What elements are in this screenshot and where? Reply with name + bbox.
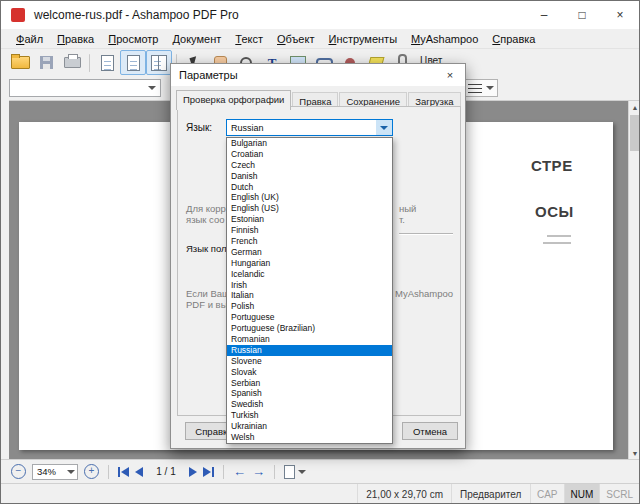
vertical-scrollbar[interactable]: ▲ ▼ (628, 101, 640, 459)
language-option[interactable]: Danish (227, 171, 392, 182)
dictionary-note-fragment: Если Ваш (186, 288, 230, 299)
language-option[interactable]: Dutch (227, 182, 392, 193)
language-combobox-value: Russian (231, 123, 264, 133)
language-option[interactable]: Ukrainian (227, 421, 392, 432)
divider (399, 233, 453, 235)
font-combobox[interactable] (9, 79, 161, 97)
language-option[interactable]: Turkish (227, 410, 392, 421)
last-page-button[interactable] (203, 467, 214, 477)
dictionary-note-fragment: PDF и вы (186, 299, 227, 310)
language-option[interactable]: Italian (227, 290, 392, 301)
language-option[interactable]: Romanian (227, 334, 392, 345)
dialog-title: Параметры (171, 69, 238, 81)
dictionary-note-fragment: MyAshampoo (395, 288, 453, 299)
num-lock-indicator: NUM (564, 484, 600, 504)
close-button[interactable]: × (601, 1, 639, 29)
document-heading-fragment: ОСЫ (535, 203, 574, 220)
zoom-level-combobox[interactable]: 34% (32, 464, 78, 480)
menu-item[interactable]: Документ (165, 31, 228, 47)
menu-item[interactable]: Файл (9, 31, 50, 47)
toolbar-icon (127, 55, 140, 71)
page-indicator: 1 / 1 (149, 466, 183, 477)
facing-pages-view-icon[interactable] (146, 50, 172, 75)
language-option[interactable]: Slovene (227, 356, 392, 367)
chevron-down-icon (486, 86, 494, 94)
user-dictionary-label-fragment: Язык пол (186, 243, 227, 254)
chevron-down-icon (148, 86, 156, 94)
language-option[interactable]: English (UK) (227, 192, 392, 203)
scrollbar-thumb[interactable] (630, 115, 639, 151)
language-option[interactable]: Croatian (227, 149, 392, 160)
open-file-icon[interactable] (7, 50, 33, 75)
chevron-down-icon (67, 470, 75, 478)
dialog-close-icon[interactable]: × (435, 64, 465, 86)
menu-item[interactable]: MyAshampoo (404, 31, 485, 47)
menu-item[interactable]: Правка (50, 31, 101, 47)
document-text-line (543, 242, 571, 244)
language-option[interactable]: Spanish (227, 388, 392, 399)
chevron-down-icon (298, 470, 306, 478)
language-option[interactable]: Estonian (227, 214, 392, 225)
language-option[interactable]: French (227, 236, 392, 247)
view-mode-dropdown[interactable] (284, 465, 306, 479)
combobox-button[interactable] (376, 120, 392, 135)
language-option[interactable]: Irish (227, 280, 392, 291)
language-option[interactable]: Bulgarian (227, 138, 392, 149)
menu-item[interactable]: Текст (228, 31, 270, 47)
maximize-button[interactable]: □ (563, 1, 601, 29)
toolbar-icon (11, 56, 30, 69)
language-option[interactable]: Welsh (227, 432, 392, 443)
divider (274, 465, 275, 479)
forward-button[interactable]: → (252, 465, 265, 478)
language-option[interactable]: Finnish (227, 225, 392, 236)
first-page-button[interactable] (118, 467, 129, 477)
scroll-down-icon[interactable]: ▼ (629, 447, 640, 459)
back-button[interactable]: ← (233, 465, 246, 478)
language-option[interactable]: Czech (227, 160, 392, 171)
minimize-button[interactable]: – (525, 1, 563, 29)
next-page-button[interactable] (189, 467, 197, 477)
document-heading-fragment: СТРЕ (531, 157, 573, 174)
language-option[interactable]: Polish (227, 301, 392, 312)
title-bar: welcome-rus.pdf - Ashampoo PDF Pro – □ × (1, 1, 639, 29)
zoom-in-icon[interactable]: + (84, 464, 99, 479)
line-style-icon (468, 84, 482, 93)
single-page-view-icon[interactable] (94, 50, 120, 75)
cancel-button[interactable]: Отмена (402, 422, 458, 440)
previous-page-button[interactable] (135, 467, 143, 477)
page-size-status: 21,00 x 29,70 cm (357, 484, 451, 504)
dialog-title-bar: Параметры × (171, 64, 465, 86)
continuous-view-icon[interactable] (120, 50, 146, 75)
zoom-level-value: 34% (33, 466, 67, 477)
app-window: welcome-rus.pdf - Ashampoo PDF Pro – □ ×… (0, 0, 640, 504)
language-option[interactable]: Portuguese (Brazilian) (227, 323, 392, 334)
spellcheck-note-fragment: т. (399, 214, 405, 225)
menu-item[interactable]: Справка (485, 31, 542, 47)
divider (223, 465, 224, 479)
language-label: Язык: (186, 122, 212, 133)
document-text-line (547, 235, 571, 237)
line-style-dropdown[interactable] (464, 79, 498, 97)
language-option[interactable]: Serbian (227, 378, 392, 389)
language-option[interactable]: Hungarian (227, 258, 392, 269)
menu-item[interactable]: Просмотр (101, 31, 165, 47)
window-controls: – □ × (525, 1, 639, 29)
language-option[interactable]: Swedish (227, 399, 392, 410)
language-option[interactable]: German (227, 247, 392, 258)
dialog-tab[interactable]: Проверка орфографии (176, 90, 291, 110)
spellcheck-note-fragment: ный (399, 203, 416, 214)
save-icon[interactable] (33, 50, 59, 75)
zoom-out-icon[interactable]: − (11, 464, 26, 479)
menu-item[interactable]: Инструменты (321, 31, 404, 47)
language-option[interactable]: English (US) (227, 203, 392, 214)
menu-item[interactable]: Объект (270, 31, 321, 47)
language-combobox[interactable]: Russian (226, 119, 393, 136)
language-option[interactable]: Russian (227, 345, 392, 356)
scroll-up-icon[interactable]: ▲ (629, 101, 640, 114)
language-option[interactable]: Slovak (227, 367, 392, 378)
print-icon[interactable] (59, 50, 85, 75)
language-option[interactable]: Portuguese (227, 312, 392, 323)
language-option[interactable]: Icelandic (227, 269, 392, 280)
chevron-down-icon (380, 126, 388, 134)
toolbar-icon (101, 55, 114, 71)
